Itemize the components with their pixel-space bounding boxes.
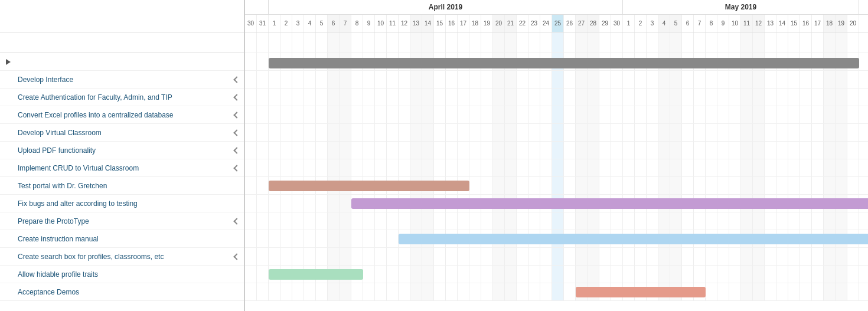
grid-cell-44 bbox=[765, 32, 776, 53]
task-grid-cell-3-35 bbox=[658, 124, 670, 141]
task-grid-cell-8-39 bbox=[706, 212, 717, 230]
task-grid-cell-8-46 bbox=[788, 212, 800, 230]
task-grid-cell-10-13 bbox=[399, 248, 410, 265]
task-grid-cell-4-22 bbox=[505, 142, 517, 159]
task-grid-cell-5-28 bbox=[576, 159, 588, 176]
task-row-12[interactable]: Acceptance Demos bbox=[0, 283, 244, 301]
grid-cell-11 bbox=[375, 32, 387, 53]
day-header-28: 27 bbox=[576, 15, 588, 32]
task-grid-cell-0-39 bbox=[706, 71, 717, 88]
day-header-16: 15 bbox=[434, 15, 446, 32]
task-grid-cell-6-39 bbox=[706, 177, 717, 194]
task-grid-cell-5-10 bbox=[363, 159, 375, 176]
task-grid-cell-10-33 bbox=[635, 248, 647, 265]
task-grid-cell-10-19 bbox=[469, 248, 481, 265]
day-header-22: 21 bbox=[505, 15, 517, 32]
task-grid-cell-1-36 bbox=[670, 89, 682, 106]
task-grid-cell-5-5 bbox=[304, 159, 316, 176]
task-grid-cell-6-43 bbox=[753, 177, 765, 194]
task-row-9[interactable]: Create instruction manual bbox=[0, 230, 244, 248]
task-grid-cell-2-30 bbox=[599, 106, 611, 123]
task-grid-cell-3-7 bbox=[328, 124, 340, 141]
task-grid-cell-9-11 bbox=[375, 230, 387, 247]
task-grid-cell-10-35 bbox=[658, 248, 670, 265]
task-grid-cell-4-36 bbox=[670, 142, 682, 159]
task-grid-cell-12-21 bbox=[493, 283, 505, 300]
task-grid-cell-5-35 bbox=[658, 159, 670, 176]
task-grid-cell-5-45 bbox=[776, 159, 788, 176]
bar-task-11 bbox=[269, 269, 363, 280]
task-grid-cell-10-8 bbox=[340, 248, 351, 265]
grid-cell-51 bbox=[847, 32, 859, 53]
task-grid-cell-8-40 bbox=[717, 212, 729, 230]
task-row-3[interactable]: Develop Virtual Classroom bbox=[0, 124, 244, 142]
task-grid-cell-0-4 bbox=[292, 71, 304, 88]
task-grid-cell-10-49 bbox=[824, 248, 836, 265]
task-grid-cell-12-15 bbox=[422, 283, 434, 300]
grid-cell-42 bbox=[741, 32, 753, 53]
task-grid-cell-3-21 bbox=[493, 124, 505, 141]
task-grid-cell-8-21 bbox=[493, 212, 505, 230]
task-grid-cell-8-6 bbox=[316, 212, 328, 230]
task-grid-cell-11-34 bbox=[647, 266, 658, 283]
grid-cell-33 bbox=[635, 32, 647, 53]
task-grid-cell-10-31 bbox=[611, 248, 623, 265]
task-row-10[interactable]: Create search box for profiles, classroo… bbox=[0, 248, 244, 266]
grid-cell-21 bbox=[493, 32, 505, 53]
task-grid-cell-9-4 bbox=[292, 230, 304, 247]
task-row-11[interactable]: Allow hidable profile traits bbox=[0, 266, 244, 283]
task-grid-cell-11-38 bbox=[694, 266, 706, 283]
task-grid-cell-8-35 bbox=[658, 212, 670, 230]
task-row-2[interactable]: Convert Excel profiles into a centralize… bbox=[0, 106, 244, 124]
task-grid-cell-6-1 bbox=[257, 177, 269, 194]
task-grid-cell-2-14 bbox=[410, 106, 422, 123]
grid-task-row-8 bbox=[245, 212, 868, 230]
day-header-42: 11 bbox=[741, 15, 753, 32]
task-grid-cell-6-34 bbox=[647, 177, 658, 194]
task-grid-cell-11-1 bbox=[257, 266, 269, 283]
grid-task-row-11 bbox=[245, 266, 868, 283]
task-grid-cell-9-2 bbox=[269, 230, 280, 247]
task-row-0[interactable]: Develop Interface bbox=[0, 71, 244, 89]
chevron-icon-5 bbox=[233, 165, 240, 171]
task-grid-cell-11-43 bbox=[753, 266, 765, 283]
task-grid-cell-3-45 bbox=[776, 124, 788, 141]
task-row-4[interactable]: Upload PDF functionality bbox=[0, 142, 244, 159]
task-grid-cell-5-18 bbox=[458, 159, 469, 176]
day-header-37: 6 bbox=[682, 15, 694, 32]
task-grid-cell-1-1 bbox=[257, 89, 269, 106]
task-grid-cell-4-51 bbox=[847, 142, 859, 159]
task-grid-cell-4-33 bbox=[635, 142, 647, 159]
task-row-5[interactable]: Implement CRUD to Virtual Classroom bbox=[0, 159, 244, 177]
task-grid-cell-2-5 bbox=[304, 106, 316, 123]
task-grid-cell-2-10 bbox=[363, 106, 375, 123]
task-grid-cell-5-17 bbox=[446, 159, 458, 176]
day-header-40: 9 bbox=[717, 15, 729, 32]
task-row-6[interactable]: Test portal with Dr. Gretchen bbox=[0, 177, 244, 195]
task-grid-cell-6-30 bbox=[599, 177, 611, 194]
task-grid-cell-4-39 bbox=[706, 142, 717, 159]
task-grid-cell-1-11 bbox=[375, 89, 387, 106]
task-grid-cell-10-38 bbox=[694, 248, 706, 265]
task-row-8[interactable]: Prepare the ProtoType bbox=[0, 212, 244, 230]
task-grid-cell-4-5 bbox=[304, 142, 316, 159]
task-grid-cell-5-26 bbox=[552, 159, 564, 176]
task-row-1[interactable]: Create Authentication for Faculty, Admin… bbox=[0, 89, 244, 106]
task-name-8: Prepare the ProtoType bbox=[18, 217, 234, 225]
task-grid-cell-3-44 bbox=[765, 124, 776, 141]
day-header-46: 15 bbox=[788, 15, 800, 32]
group-header-row[interactable] bbox=[0, 53, 244, 71]
header-months: April 2019 May 2019 bbox=[245, 0, 868, 15]
task-name-9: Create instruction manual bbox=[18, 235, 244, 243]
task-grid-cell-2-6 bbox=[316, 106, 328, 123]
task-grid-cell-1-16 bbox=[434, 89, 446, 106]
task-grid-cell-10-21 bbox=[493, 248, 505, 265]
task-grid-cell-8-1 bbox=[257, 212, 269, 230]
task-grid-cell-2-36 bbox=[670, 106, 682, 123]
chart-area[interactable]: April 2019 May 2019 30311234567891011121… bbox=[245, 0, 868, 311]
grid-cell-10 bbox=[363, 32, 375, 53]
task-grid-cell-5-0 bbox=[245, 159, 257, 176]
task-grid-cell-12-41 bbox=[729, 283, 741, 300]
task-grid-cell-5-39 bbox=[706, 159, 717, 176]
task-row-7[interactable]: Fix bugs and alter according to testing bbox=[0, 195, 244, 212]
